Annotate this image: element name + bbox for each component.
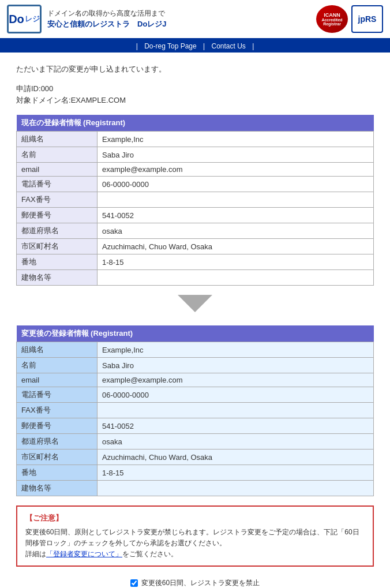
- table-row: 市区町村名 Azuchimachi, Chuo Ward, Osaka: [17, 239, 374, 254]
- icann-badge: ICANN Accredited Registrar: [316, 5, 348, 33]
- checkbox-area: 変更後60日間、レジストラ変更を禁止 (60日間移管ロックを適用): [16, 578, 374, 588]
- header: Do レジ ドメイン名の取得から高度な活用まで 安心と信頼のレジストラ Doレジ…: [0, 0, 390, 40]
- notice-box: 【ご注意】 変更後60日間、原則としてレジストラ変更が禁じられます。レジストラ変…: [16, 505, 374, 567]
- arrow-down: [16, 295, 374, 314]
- table-row: 名前 Saba Jiro: [17, 147, 374, 163]
- lock-checkbox[interactable]: [130, 579, 138, 587]
- table-row: 郵便番号 541-0052: [17, 208, 374, 223]
- notice-text1: 変更後60日間、原則としてレジストラ変更が禁じられます。レジストラ変更をご予定の…: [25, 527, 365, 549]
- notice-title: 【ご注意】: [25, 512, 365, 525]
- domain-line: 対象ドメイン名:EXAMPLE.COM: [16, 95, 374, 106]
- table-row: 組織名 Example,Inc: [17, 342, 374, 358]
- table-row: 電話番号 06-0000-0000: [17, 177, 374, 192]
- contact-us-link[interactable]: Contact Us: [207, 42, 250, 50]
- jprs-badge: jpRS: [351, 5, 383, 33]
- table-row: 番地 1-8-15: [17, 465, 374, 481]
- request-id-label: 申請ID:: [16, 84, 41, 93]
- main-content: ただいま下記の変更が申し込まれています。 申請ID:000 対象ドメイン名:EX…: [0, 53, 390, 588]
- changed-registrant-table: 変更後の登録者情報 (Registrant) 組織名 Example,Inc 名…: [16, 325, 374, 496]
- table-row: FAX番号: [17, 192, 374, 208]
- table-row: FAX番号: [17, 403, 374, 418]
- table-row: email example@example.com: [17, 163, 374, 177]
- header-tagline: ドメイン名の取得から高度な活用まで 安心と信頼のレジストラ DoレジJ: [47, 8, 167, 30]
- nav-bar: | Do-reg Top Page | Contact Us |: [0, 40, 390, 53]
- header-badges: ICANN Accredited Registrar jpRS: [316, 5, 383, 33]
- table-row: 建物名等: [17, 270, 374, 286]
- table-row: 郵便番号 541-0052: [17, 418, 374, 434]
- current-registrant-table: 現在の登録者情報 (Registrant) 組織名 Example,Inc 名前…: [16, 115, 374, 286]
- table-row: 都道府県名 osaka: [17, 223, 374, 239]
- table-row: 建物名等: [17, 481, 374, 496]
- domain-value: EXAMPLE.COM: [71, 96, 126, 104]
- changed-table-header: 変更後の登録者情報 (Registrant): [17, 325, 374, 342]
- table-row: 都道府県名 osaka: [17, 434, 374, 450]
- table-row: email example@example.com: [17, 373, 374, 387]
- lock-checkbox-label[interactable]: 変更後60日間、レジストラ変更を禁止 (60日間移管ロックを適用): [130, 578, 260, 588]
- notice-text2: 詳細は「登録者変更について」をご覧ください。: [25, 549, 365, 560]
- do-logo: Do レジ: [7, 5, 42, 33]
- tagline-sub: 安心と信頼のレジストラ DoレジJ: [47, 18, 167, 30]
- top-page-link[interactable]: Do-reg Top Page: [140, 42, 201, 50]
- table-row: 名前 Saba Jiro: [17, 358, 374, 373]
- header-logo: Do レジ ドメイン名の取得から高度な活用まで 安心と信頼のレジストラ Doレジ…: [7, 5, 167, 33]
- table-row: 電話番号 06-0000-0000: [17, 387, 374, 403]
- domain-label: 対象ドメイン名:: [16, 96, 71, 104]
- table-row: 市区町村名 Azuchimachi, Chuo Ward, Osaka: [17, 450, 374, 465]
- tagline-main: ドメイン名の取得から高度な活用まで: [47, 8, 167, 18]
- notice-link[interactable]: 「登録者変更について」: [46, 550, 122, 558]
- table-row: 番地 1-8-15: [17, 254, 374, 270]
- table-row: 組織名 Example,Inc: [17, 132, 374, 147]
- current-table-header: 現在の登録者情報 (Registrant): [17, 115, 374, 132]
- request-id-line: 申請ID:000: [16, 84, 374, 94]
- request-id-value: 000: [41, 84, 54, 93]
- checkbox-line1: 変更後60日間、レジストラ変更を禁止: [141, 579, 260, 587]
- intro-message: ただいま下記の変更が申し込まれています。: [16, 64, 374, 74]
